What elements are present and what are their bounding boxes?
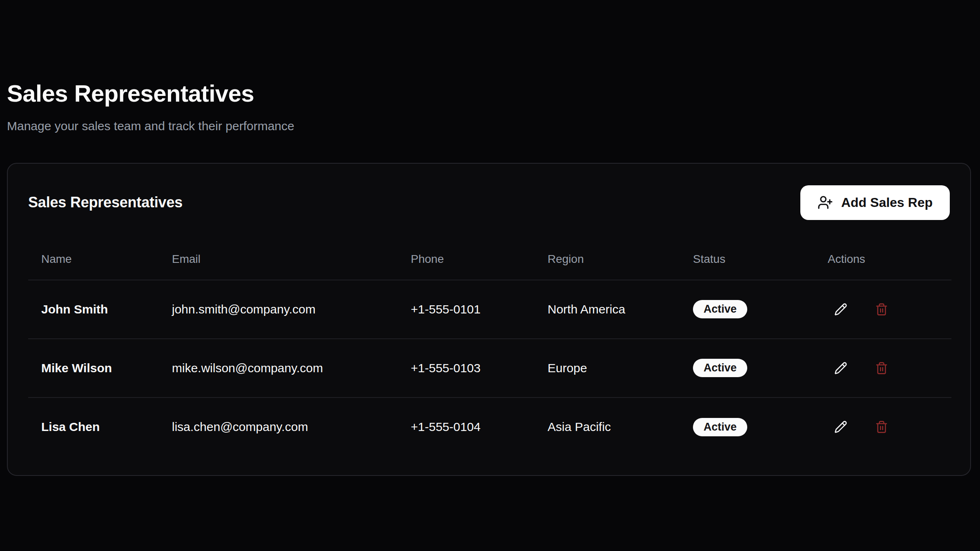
edit-button[interactable] (828, 355, 854, 381)
delete-button[interactable] (869, 296, 895, 322)
cell-region: North America (535, 280, 680, 339)
column-header-name: Name (28, 222, 159, 280)
sales-reps-table: Name Email Phone Region Status Actions J… (28, 222, 951, 456)
trash-icon (875, 362, 888, 375)
cell-name: Lisa Chen (28, 398, 159, 456)
edit-button[interactable] (828, 296, 854, 322)
table-row: Lisa Chen lisa.chen@company.com +1-555-0… (28, 398, 951, 456)
pencil-icon (834, 362, 847, 375)
cell-email: john.smith@company.com (159, 280, 398, 339)
row-actions (828, 296, 938, 322)
sales-representatives-card: Sales Representatives Add Sales Rep (7, 163, 971, 476)
add-sales-rep-button-label: Add Sales Rep (841, 195, 933, 210)
cell-actions (815, 339, 951, 398)
cell-status: Active (680, 398, 815, 456)
add-sales-rep-button[interactable]: Add Sales Rep (800, 185, 950, 220)
card-header: Sales Representatives Add Sales Rep (28, 183, 950, 222)
edit-button[interactable] (828, 414, 854, 440)
cell-region: Europe (535, 339, 680, 398)
row-actions (828, 414, 938, 440)
status-badge: Active (693, 418, 747, 436)
table-row: John Smith john.smith@company.com +1-555… (28, 280, 951, 339)
column-header-phone: Phone (398, 222, 535, 280)
cell-actions (815, 398, 951, 456)
page: Sales Representatives Manage your sales … (0, 0, 980, 476)
cell-region: Asia Pacific (535, 398, 680, 456)
trash-icon (875, 303, 888, 316)
status-badge: Active (693, 359, 747, 377)
user-plus-icon (817, 195, 833, 210)
table-body: John Smith john.smith@company.com +1-555… (28, 280, 951, 456)
column-header-actions: Actions (815, 222, 951, 280)
page-title: Sales Representatives (7, 80, 971, 107)
trash-icon (875, 420, 888, 433)
delete-button[interactable] (869, 414, 895, 440)
column-header-region: Region (535, 222, 680, 280)
column-header-status: Status (680, 222, 815, 280)
cell-email: lisa.chen@company.com (159, 398, 398, 456)
cell-name: Mike Wilson (28, 339, 159, 398)
table-row: Mike Wilson mike.wilson@company.com +1-5… (28, 339, 951, 398)
cell-phone: +1-555-0104 (398, 398, 535, 456)
cell-phone: +1-555-0103 (398, 339, 535, 398)
cell-name: John Smith (28, 280, 159, 339)
card-title: Sales Representatives (28, 194, 183, 211)
row-actions (828, 355, 938, 381)
cell-status: Active (680, 280, 815, 339)
cell-email: mike.wilson@company.com (159, 339, 398, 398)
status-badge: Active (693, 300, 747, 318)
table-header-row: Name Email Phone Region Status Actions (28, 222, 951, 280)
pencil-icon (834, 420, 847, 433)
cell-actions (815, 280, 951, 339)
delete-button[interactable] (869, 355, 895, 381)
cell-status: Active (680, 339, 815, 398)
page-subtitle: Manage your sales team and track their p… (7, 119, 971, 133)
column-header-email: Email (159, 222, 398, 280)
pencil-icon (834, 303, 847, 316)
cell-phone: +1-555-0101 (398, 280, 535, 339)
